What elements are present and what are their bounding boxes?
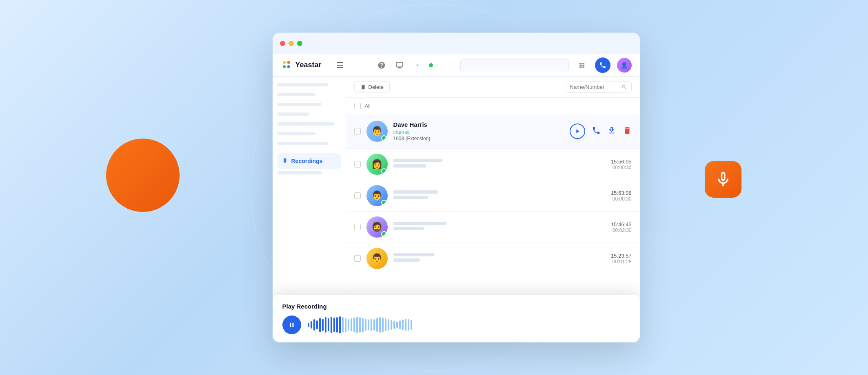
status-badge-3 <box>381 200 387 205</box>
call-recording-btn[interactable] <box>592 126 601 137</box>
wave-bar <box>351 318 352 331</box>
traffic-light-green[interactable] <box>297 41 302 46</box>
call-icon <box>592 126 601 135</box>
select-all-checkbox[interactable] <box>354 103 361 109</box>
duration-3: 00:00:30 <box>611 196 632 202</box>
blurred-info-3 <box>393 196 428 199</box>
logo-text: Yeastar <box>295 61 322 69</box>
sidebar-placeholder-8 <box>277 171 322 174</box>
delete-label: Delete <box>369 84 384 90</box>
wave-bar <box>391 320 392 330</box>
download-icon <box>607 126 616 135</box>
svg-point-0 <box>283 61 286 64</box>
wave-bar <box>411 320 412 330</box>
wave-bar <box>365 319 366 331</box>
status-badge-2 <box>381 168 387 174</box>
blurred-name-4 <box>393 222 446 225</box>
contact-info-3 <box>393 190 611 201</box>
time-3: 15:53:08 <box>611 190 632 196</box>
svg-point-1 <box>287 61 290 64</box>
search-box[interactable] <box>566 82 632 93</box>
wave-bar <box>362 318 364 332</box>
help-icon <box>377 61 386 69</box>
status-indicator <box>429 63 433 67</box>
row-checkbox-1[interactable] <box>354 128 361 135</box>
time-2: 15:56:05 <box>611 159 632 165</box>
user-avatar[interactable]: 👤 <box>617 58 632 73</box>
wave-bar <box>371 319 372 331</box>
wave-bar <box>388 319 389 331</box>
sidebar-placeholder-4 <box>277 112 309 116</box>
row-checkbox-5[interactable] <box>354 255 361 262</box>
wave-bar <box>396 322 398 328</box>
hamburger-menu[interactable]: ☰ <box>336 60 344 70</box>
call-button[interactable] <box>595 57 610 73</box>
grid-apps-btn[interactable] <box>575 59 588 72</box>
nav-icons <box>354 59 454 72</box>
delete-recording-btn[interactable] <box>623 126 632 137</box>
monitor-icon-btn[interactable] <box>393 59 406 72</box>
wave-bar <box>408 319 409 331</box>
play-recording-title: Play Recording <box>346 303 630 310</box>
delete-button[interactable]: Delete <box>354 81 390 93</box>
waveform-display <box>346 317 630 333</box>
grid-icon <box>578 62 586 69</box>
status-badge-4 <box>381 231 387 237</box>
sidebar-placeholder-1 <box>277 83 328 86</box>
sidebar-item-recordings[interactable]: 🎙 Recordings <box>277 153 341 169</box>
logo-area: Yeastar <box>281 60 322 71</box>
blurred-info-5 <box>393 258 420 262</box>
phone-icon <box>599 62 606 69</box>
wave-bar <box>382 318 384 332</box>
row-checkbox-3[interactable] <box>354 192 361 199</box>
time-5: 15:23:57 <box>611 253 632 259</box>
wave-bar <box>356 317 358 333</box>
wave-bar <box>399 320 401 329</box>
chevron-down-nav-icon[interactable] <box>411 59 424 72</box>
row-checkbox-2[interactable] <box>354 161 361 168</box>
blurred-name-5 <box>393 253 434 256</box>
recording-row[interactable]: 👩 15:56:05 00:00:30 <box>346 149 640 180</box>
download-button[interactable] <box>607 126 616 137</box>
search-input[interactable] <box>570 84 619 90</box>
delete-icon <box>623 126 632 135</box>
wave-bar <box>353 318 355 332</box>
recordings-label: Recordings <box>291 158 323 164</box>
duration-4: 00:02:30 <box>611 227 632 233</box>
contact-avatar-3: 👨 <box>366 185 388 206</box>
play-recording-card: Play Recording <box>346 295 640 342</box>
svg-point-3 <box>287 65 290 68</box>
toolbar: Delete <box>346 77 640 98</box>
play-button[interactable] <box>570 124 585 139</box>
search-icon <box>622 84 627 90</box>
contact-info-1: Dave Harris Internal 1008 (Extension) <box>393 121 562 141</box>
blurred-info-4 <box>393 227 424 230</box>
recording-row[interactable]: 👨 15:23:57 00:01:28 <box>346 243 640 271</box>
wave-bar <box>373 319 375 331</box>
recording-row[interactable]: 👨 15:53:08 00:00:30 <box>346 180 640 212</box>
player-controls <box>346 315 630 334</box>
chevron-down-icon <box>415 62 420 68</box>
duration-5: 00:01:28 <box>611 259 632 265</box>
contact-info-2 <box>393 159 611 170</box>
nav-search-input[interactable] <box>460 59 569 71</box>
title-bar <box>273 33 640 54</box>
recording-row[interactable]: 🧔 15:46:45 00:02:30 <box>346 212 640 243</box>
contact-ext-1: 1008 (Extension) <box>393 136 562 141</box>
sidebar-placeholder-5 <box>277 122 335 126</box>
row-actions-1 <box>570 124 632 139</box>
traffic-light-yellow[interactable] <box>289 41 294 46</box>
help-icon-btn[interactable] <box>375 59 388 72</box>
blurred-info-2 <box>393 164 426 168</box>
wave-bar <box>379 317 381 333</box>
contact-info-4 <box>393 222 611 232</box>
duration-2: 00:00:30 <box>611 165 632 170</box>
wave-bar <box>368 320 369 330</box>
traffic-light-red[interactable] <box>280 41 285 46</box>
row-checkbox-4[interactable] <box>354 224 361 230</box>
all-label: All <box>365 103 371 109</box>
trash-icon <box>360 84 366 90</box>
contact-info-5 <box>393 253 611 264</box>
recording-row[interactable]: 👨 Dave Harris Internal 1008 (Extension) <box>346 114 640 149</box>
row-time-3: 15:53:08 00:00:30 <box>611 190 632 202</box>
